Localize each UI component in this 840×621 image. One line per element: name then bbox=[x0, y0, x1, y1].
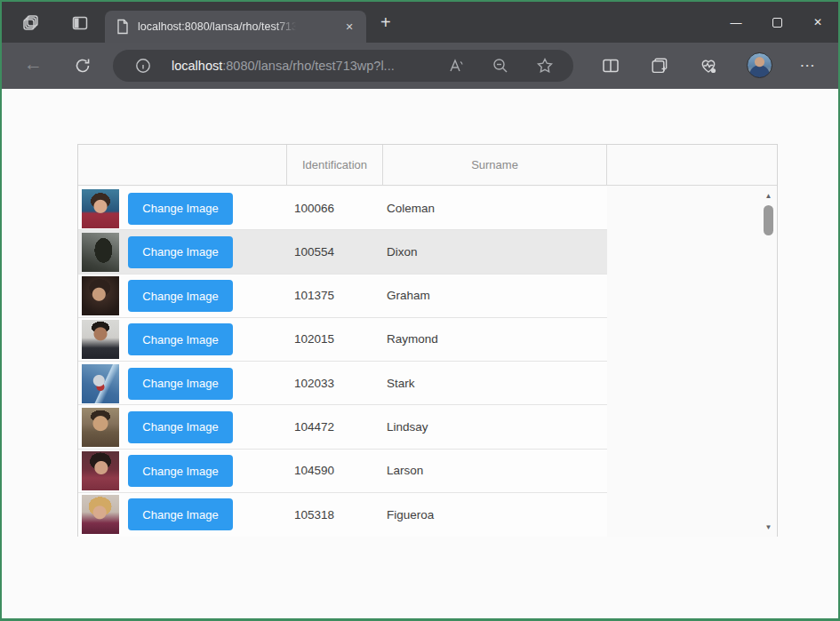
employee-photo bbox=[82, 189, 119, 228]
surname-cell: Figueroa bbox=[383, 493, 607, 537]
browser-toolbar: ← localhost:8080/lansa/rho/test713wp?l..… bbox=[2, 43, 838, 89]
table-row[interactable]: Change Image 105318 Figueroa bbox=[78, 493, 607, 537]
address-bar-actions bbox=[447, 57, 554, 75]
header-cell-image bbox=[78, 145, 287, 185]
table-row[interactable]: Change Image 101375 Graham bbox=[78, 275, 607, 318]
grid-header-row: Identification Surname bbox=[78, 145, 777, 186]
identification-cell: 104472 bbox=[287, 405, 383, 448]
employee-photo bbox=[82, 451, 119, 490]
employee-photo bbox=[82, 364, 119, 403]
header-cell-blank bbox=[607, 145, 777, 185]
web-page-content: Identification Surname Change Image 1000… bbox=[2, 89, 838, 620]
table-row[interactable]: Change Image 102033 Stark bbox=[78, 362, 607, 405]
employee-photo bbox=[82, 276, 119, 315]
favorites-star-icon[interactable] bbox=[536, 57, 554, 75]
identification-cell: 102033 bbox=[287, 362, 383, 404]
change-image-button[interactable]: Change Image bbox=[128, 411, 233, 443]
surname-cell: Lindsay bbox=[383, 405, 607, 448]
address-bar[interactable]: localhost:8080/lansa/rho/test713wp?l... bbox=[113, 50, 573, 82]
vertical-scrollbar[interactable]: ▲ ▼ bbox=[762, 187, 775, 537]
browser-essentials-icon[interactable] bbox=[699, 56, 718, 76]
surname-cell: Dixon bbox=[383, 230, 607, 273]
employee-photo bbox=[82, 320, 119, 359]
table-row[interactable]: Change Image 100066 Coleman bbox=[78, 187, 607, 230]
employee-photo bbox=[82, 408, 119, 447]
window-controls: — ✕ bbox=[716, 2, 838, 43]
change-image-button[interactable]: Change Image bbox=[128, 368, 233, 400]
scrollbar-thumb[interactable] bbox=[764, 205, 773, 235]
maximize-icon bbox=[772, 18, 782, 28]
url-text[interactable]: localhost:8080/lansa/rho/test713wp?l... bbox=[172, 59, 447, 73]
url-host: localhost bbox=[172, 59, 222, 73]
browser-tab[interactable]: localhost:8080/lansa/rho/test713 ✕ bbox=[105, 11, 366, 43]
read-aloud-icon[interactable] bbox=[447, 57, 465, 75]
change-image-button[interactable]: Change Image bbox=[128, 280, 233, 312]
change-image-button[interactable]: Change Image bbox=[128, 236, 233, 268]
grid-scroll-gutter: ▲ ▼ bbox=[607, 187, 777, 537]
change-image-button[interactable]: Change Image bbox=[128, 455, 233, 487]
surname-cell: Raymond bbox=[383, 318, 607, 361]
surname-cell: Graham bbox=[383, 275, 607, 317]
minimize-button[interactable]: — bbox=[716, 2, 756, 43]
browser-titlebar: localhost:8080/lansa/rho/test713 ✕ + — ✕ bbox=[2, 2, 838, 43]
tab-close-icon[interactable]: ✕ bbox=[341, 19, 357, 35]
table-row[interactable]: Change Image 102015 Raymond bbox=[78, 318, 607, 362]
surname-cell: Larson bbox=[383, 450, 607, 492]
change-image-button[interactable]: Change Image bbox=[128, 193, 233, 225]
surname-cell: Coleman bbox=[383, 187, 607, 229]
workspaces-icon[interactable] bbox=[21, 13, 41, 33]
grid-rows: Change Image 100066 Coleman Change Image… bbox=[78, 187, 607, 537]
zoom-out-icon[interactable] bbox=[492, 57, 509, 75]
split-screen-icon[interactable] bbox=[601, 56, 620, 76]
back-button[interactable]: ← bbox=[24, 53, 43, 75]
employee-photo bbox=[82, 495, 119, 534]
identification-cell: 101375 bbox=[287, 275, 383, 317]
change-image-button[interactable]: Change Image bbox=[128, 498, 233, 530]
maximize-button[interactable] bbox=[756, 2, 797, 43]
identification-cell: 100066 bbox=[287, 187, 383, 229]
table-row[interactable]: Change Image 104590 Larson bbox=[78, 450, 607, 493]
collections-icon[interactable] bbox=[650, 56, 669, 76]
identification-cell: 105318 bbox=[287, 493, 383, 537]
tab-actions-icon[interactable] bbox=[70, 13, 90, 33]
table-row-selected[interactable]: Change Image 100554 Dixon bbox=[78, 230, 607, 274]
scroll-down-icon[interactable]: ▼ bbox=[762, 523, 775, 531]
identification-cell: 100554 bbox=[287, 230, 383, 273]
close-window-button[interactable]: ✕ bbox=[797, 2, 838, 43]
url-rest: :8080/lansa/rho/test713wp?l... bbox=[222, 59, 394, 73]
surname-cell: Stark bbox=[383, 362, 607, 404]
grid-body: Change Image 100066 Coleman Change Image… bbox=[78, 187, 777, 537]
new-tab-button[interactable]: + bbox=[380, 14, 391, 30]
table-row[interactable]: Change Image 104472 Lindsay bbox=[78, 405, 607, 449]
identification-cell: 102015 bbox=[287, 318, 383, 361]
header-cell-identification: Identification bbox=[287, 145, 383, 185]
page-file-icon bbox=[116, 19, 130, 35]
settings-more-icon[interactable]: ••• bbox=[801, 61, 816, 69]
site-info-icon[interactable] bbox=[134, 57, 152, 75]
browser-window: localhost:8080/lansa/rho/test713 ✕ + — ✕… bbox=[0, 0, 840, 621]
employee-grid: Identification Surname Change Image 1000… bbox=[77, 144, 778, 537]
employee-photo bbox=[82, 233, 119, 272]
header-cell-surname: Surname bbox=[383, 145, 607, 185]
refresh-button[interactable] bbox=[73, 56, 92, 76]
identification-cell: 104590 bbox=[287, 450, 383, 492]
profile-avatar[interactable] bbox=[747, 52, 772, 78]
tab-title: localhost:8080/lansa/rho/test713 bbox=[138, 20, 298, 33]
scroll-up-icon[interactable]: ▲ bbox=[762, 192, 775, 200]
change-image-button[interactable]: Change Image bbox=[128, 323, 233, 355]
